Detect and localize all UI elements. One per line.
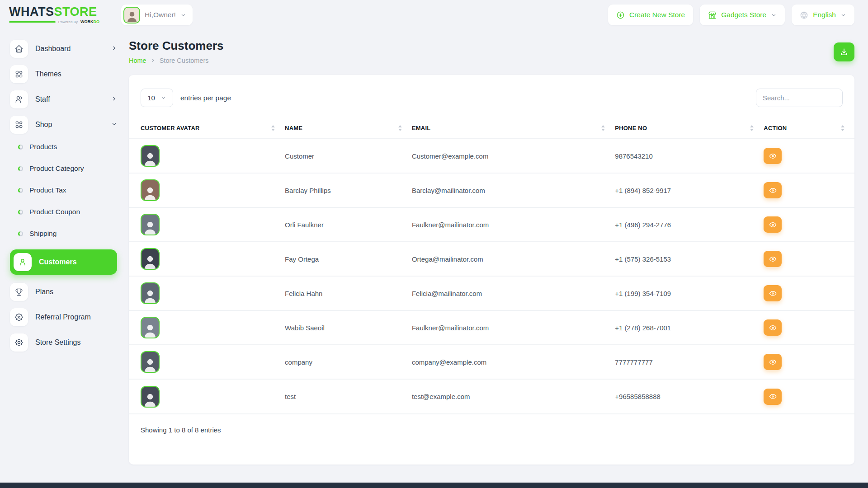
table-row: test test@example.com +96585858888: [129, 379, 854, 413]
person-silhouette-icon: [142, 357, 158, 372]
sidebar-item-dashboard[interactable]: Dashboard: [10, 40, 117, 58]
sort-icon[interactable]: [841, 125, 844, 131]
storefront-icon: [708, 11, 717, 19]
sort-icon[interactable]: [750, 125, 754, 131]
person-silhouette-icon: [142, 150, 158, 166]
view-customer-button[interactable]: [764, 148, 782, 164]
customer-email-cell: company@example.com: [412, 345, 615, 379]
sort-icon[interactable]: [601, 125, 605, 131]
view-customer-button[interactable]: [764, 182, 782, 198]
customer-avatar-cell: [129, 139, 285, 173]
bullet-icon: [18, 166, 23, 171]
customer-phone: +1 (894) 852-9917: [615, 187, 671, 194]
store-selector-button[interactable]: Gadgets Store: [700, 5, 785, 25]
page-header: Store Customers Home Store Customers: [129, 39, 854, 64]
customer-avatar: [141, 317, 160, 338]
column-header-phone-no[interactable]: PHONE NO: [615, 125, 647, 131]
customer-email-cell: test@example.com: [412, 379, 615, 413]
sidebar-item-staff[interactable]: Staff: [10, 90, 117, 108]
eye-icon: [769, 392, 777, 401]
customer-phone-cell: +96585858888: [615, 379, 764, 413]
gear-icon: [10, 333, 28, 352]
breadcrumb-home-link[interactable]: Home: [129, 57, 146, 64]
view-customer-button[interactable]: [764, 216, 782, 233]
chevron-down-icon: [840, 12, 846, 18]
brand-name-part1: WHATS: [9, 5, 54, 19]
chevron-right-icon: [111, 45, 117, 53]
person-silhouette-icon: [142, 288, 158, 303]
customer-avatar: [141, 214, 160, 235]
entries-per-page-label: entries per page: [180, 94, 231, 102]
user-avatar: [123, 7, 140, 23]
table-row: Fay Ortega Ortega@mailinator.com +1 (575…: [129, 242, 854, 276]
sort-icon[interactable]: [398, 125, 402, 131]
brand-underline: [9, 21, 56, 23]
customer-email-cell: Barclay@mailinator.com: [412, 173, 615, 207]
chevron-down-icon: [771, 12, 777, 18]
sidebar-subitem[interactable]: Product Tax: [18, 184, 117, 196]
table-row: Felicia Hahn Felicia@mailinator.com +1 (…: [129, 276, 854, 310]
view-customer-button[interactable]: [764, 319, 782, 336]
powered-brand-part2: DO: [94, 19, 100, 24]
sort-icon[interactable]: [271, 125, 275, 131]
create-new-store-button[interactable]: Create New Store: [608, 5, 693, 25]
sidebar-item-customers[interactable]: Customers: [10, 249, 117, 275]
sidebar-subitem[interactable]: Products: [18, 141, 117, 153]
export-download-button[interactable]: [834, 42, 854, 61]
customer-email-cell: Customer@example.com: [412, 139, 615, 173]
eye-icon: [769, 289, 777, 298]
breadcrumb: Home Store Customers: [129, 57, 224, 64]
users-icon: [10, 90, 28, 108]
sidebar-item-store-settings[interactable]: Store Settings: [10, 333, 117, 352]
customer-avatar: [141, 351, 160, 373]
customer-phone-cell: 7777777777: [615, 345, 764, 379]
customer-phone: +1 (199) 354-7109: [615, 290, 671, 297]
sidebar: Dashboard Themes Staff Shop: [0, 26, 129, 488]
entries-control: 10 entries per page: [141, 89, 231, 107]
sidebar-item-themes[interactable]: Themes: [10, 65, 117, 83]
customer-phone-cell: 9876543210: [615, 139, 764, 173]
customer-avatar-cell: [129, 242, 285, 276]
action-cell: [764, 139, 854, 173]
customer-phone-cell: +1 (278) 268-7001: [615, 310, 764, 345]
globe-icon: [800, 11, 808, 19]
language-selector-button[interactable]: English: [792, 5, 854, 25]
customer-phone-cell: +1 (894) 852-9917: [615, 173, 764, 207]
brand-name-part2: STORE: [54, 5, 97, 19]
page-heading-block: Store Customers Home Store Customers: [129, 39, 224, 64]
trophy-icon: [10, 283, 28, 301]
view-customer-button[interactable]: [764, 389, 782, 405]
person-silhouette-icon: [142, 185, 158, 200]
customer-avatar-cell: [129, 207, 285, 242]
customer-email: Customer@example.com: [412, 152, 488, 160]
sidebar-item-plans[interactable]: Plans: [10, 283, 117, 301]
customer-avatar: [141, 282, 160, 304]
view-customer-button[interactable]: [764, 251, 782, 267]
sidebar-subitem[interactable]: Shipping: [18, 228, 117, 239]
customer-avatar: [141, 145, 160, 167]
customer-email: test@example.com: [412, 393, 470, 400]
user-menu-button[interactable]: Hi,Owner!: [121, 5, 193, 25]
column-header-action[interactable]: ACTION: [764, 125, 787, 131]
sidebar-subitem[interactable]: Product Coupon: [18, 206, 117, 218]
create-new-store-label: Create New Store: [629, 11, 685, 19]
sidebar-subitem[interactable]: Product Category: [18, 163, 117, 174]
chevron-down-icon: [111, 121, 117, 129]
store-selector-label: Gadgets Store: [721, 11, 766, 19]
sidebar-item-label: Customers: [39, 258, 77, 266]
entries-per-page-select[interactable]: 10: [141, 89, 173, 107]
column-header-customer-avatar[interactable]: CUSTOMER AVATAR: [141, 125, 200, 131]
sidebar-item-shop[interactable]: Shop: [10, 116, 117, 134]
sidebar-item-referral-program[interactable]: Referral Program: [10, 308, 117, 326]
customer-name-cell: Barclay Phillips: [285, 173, 412, 207]
customer-phone-cell: +1 (496) 294-2776: [615, 207, 764, 242]
table-controls: 10 entries per page: [129, 75, 854, 119]
view-customer-button[interactable]: [764, 354, 782, 370]
search-input[interactable]: [756, 89, 843, 107]
customer-email: Faulkner@mailinator.com: [412, 221, 489, 229]
column-header-email[interactable]: EMAIL: [412, 125, 430, 131]
column-header-name[interactable]: NAME: [285, 125, 302, 131]
view-customer-button[interactable]: [764, 285, 782, 301]
customer-avatar: [141, 386, 160, 408]
customer-email: Ortega@mailinator.com: [412, 255, 483, 263]
